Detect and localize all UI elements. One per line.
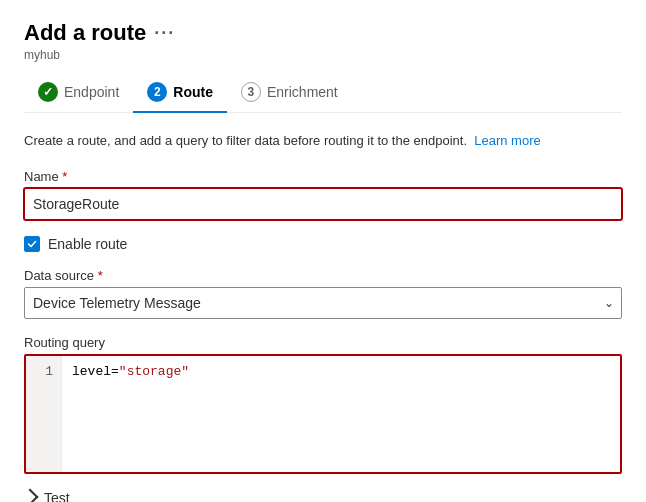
step-endpoint-label: Endpoint <box>64 84 119 100</box>
data-source-field-group: Data source * Device Telemetry Message D… <box>24 268 622 319</box>
step-route-circle: 2 <box>147 82 167 102</box>
step-route-label: Route <box>173 84 213 100</box>
enable-route-row[interactable]: Enable route <box>24 236 622 252</box>
test-label: Test <box>44 490 70 503</box>
name-field-group: Name * <box>24 169 622 220</box>
step-endpoint[interactable]: ✓ Endpoint <box>24 74 133 112</box>
name-label: Name * <box>24 169 622 184</box>
step-enrichment-circle: 3 <box>241 82 261 102</box>
title-menu-icon[interactable]: ··· <box>154 23 175 44</box>
step-enrichment-label: Enrichment <box>267 84 338 100</box>
data-source-wrapper: Device Telemetry Message Device Lifecycl… <box>24 287 622 319</box>
page-title: Add a route ··· <box>24 20 175 46</box>
learn-more-link[interactable]: Learn more <box>474 133 540 148</box>
enable-route-label: Enable route <box>48 236 127 252</box>
name-input[interactable] <box>24 188 622 220</box>
code-content[interactable]: level="storage" <box>62 356 620 472</box>
routing-query-editor[interactable]: 1 level="storage" <box>24 354 622 474</box>
step-route[interactable]: 2 Route <box>133 74 227 112</box>
test-chevron-icon <box>22 488 39 502</box>
test-section[interactable]: Test <box>24 490 622 503</box>
data-source-select[interactable]: Device Telemetry Message Device Lifecycl… <box>24 287 622 319</box>
enable-route-checkbox[interactable] <box>24 236 40 252</box>
line-numbers: 1 <box>26 356 62 472</box>
hub-name: myhub <box>24 48 622 62</box>
description-text: Create a route, and add a query to filte… <box>24 131 622 151</box>
step-enrichment[interactable]: 3 Enrichment <box>227 74 352 112</box>
routing-query-field-group: Routing query 1 level="storage" <box>24 335 622 474</box>
routing-query-label: Routing query <box>24 335 622 350</box>
steps-bar: ✓ Endpoint 2 Route 3 Enrichment <box>24 74 622 113</box>
data-source-label: Data source * <box>24 268 622 283</box>
step-endpoint-circle: ✓ <box>38 82 58 102</box>
